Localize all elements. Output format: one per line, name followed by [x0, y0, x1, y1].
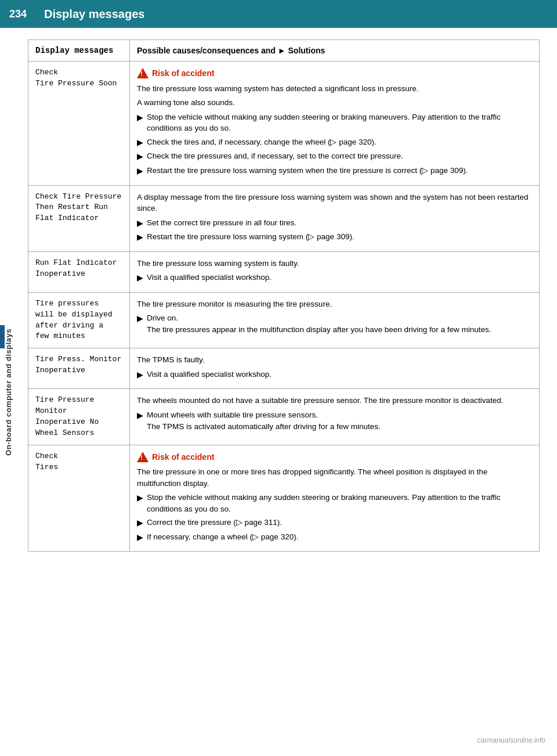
causes-cell: The tire pressure monitor is measuring t…: [130, 292, 540, 348]
causes-cell: The wheels mounted do not have a suitabl…: [130, 389, 540, 445]
bullet-item: ▶Restart the tire pressure loss warning …: [137, 231, 532, 243]
content-paragraph: The TPMS is faulty.: [137, 354, 532, 366]
main-table: Display messages Possible causes/consequ…: [28, 39, 540, 552]
bullet-item: ▶Check the tire pressures and, if necess…: [137, 150, 532, 163]
bullet-text: Stop the vehicle without making any sudd…: [147, 492, 532, 514]
bullet-text: Visit a qualified specialist workshop.: [147, 272, 532, 283]
sidebar-blue-bar: [0, 325, 5, 348]
message-cell: Tire Press. Monitor Inoperative: [28, 348, 130, 389]
message-cell: Run Flat Indicator Inoperative: [28, 251, 130, 292]
warning-triangle-icon: [137, 452, 149, 462]
bullet-arrow-icon: ▶: [137, 272, 143, 284]
bullet-text: Restart the tire pressure loss warning s…: [147, 231, 532, 243]
content-paragraph: The tire pressure monitor is measuring t…: [137, 298, 532, 310]
bullet-item: ▶Restart the tire pressure loss warning …: [137, 165, 532, 177]
bullet-text: Visit a qualified specialist workshop.: [147, 369, 532, 380]
table-row: Check Tire Pressure SoonRisk of accident…: [28, 62, 540, 185]
bullet-main-text: Drive on.: [147, 312, 532, 324]
header-bar: 234 Display messages: [0, 0, 557, 28]
bullet-arrow-icon: ▶: [137, 369, 143, 381]
message-cell: Tire Pressure Monitor Inoperative No Whe…: [28, 389, 130, 445]
causes-cell: The tire pressure loss warning system is…: [130, 251, 540, 292]
message-cell: Check Tires: [28, 445, 130, 552]
warning-triangle-icon: [137, 68, 149, 78]
content-paragraph: The tire pressure loss warning system ha…: [137, 83, 532, 95]
bullet-text: If necessary, change a wheel (▷ page 320…: [147, 531, 532, 543]
bullet-text: Check the tires and, if necessary, chang…: [147, 136, 532, 148]
causes-cell: The TPMS is faulty.▶Visit a qualified sp…: [130, 348, 540, 389]
table-row: Run Flat Indicator InoperativeThe tire p…: [28, 251, 540, 292]
table-row: Check Tire Pressure Then Restart Run Fla…: [28, 185, 540, 251]
content-area: Display messages Possible causes/consequ…: [16, 28, 557, 569]
table-row: Check TiresRisk of accidentThe tire pres…: [28, 445, 540, 552]
table-row: Tire pressures will be displayed after d…: [28, 292, 540, 348]
bullet-item: ▶Check the tires and, if necessary, chan…: [137, 136, 532, 149]
bullet-arrow-icon: ▶: [137, 151, 143, 163]
watermark: carmanuaIsonline.info: [478, 736, 545, 744]
col-header-causes: Possible causes/consequences and ► Solut…: [130, 40, 540, 62]
header-title: Display messages: [44, 8, 144, 21]
bullet-sub-text: The tire pressures appear in the multifu…: [147, 324, 532, 336]
bullet-arrow-icon: ▶: [137, 313, 143, 325]
bullet-item: ▶If necessary, change a wheel (▷ page 32…: [137, 531, 532, 543]
bullet-arrow-icon: ▶: [137, 232, 143, 243]
page-number: 234: [9, 8, 32, 20]
bullet-arrow-icon: ▶: [137, 218, 143, 229]
message-cell: Tire pressures will be displayed after d…: [28, 292, 130, 348]
causes-cell: A display message from the tire pressure…: [130, 185, 540, 251]
message-cell: Check Tire Pressure Soon: [28, 62, 130, 185]
risk-label: Risk of accident: [152, 451, 214, 463]
content-paragraph: The tire pressure loss warning system is…: [137, 258, 532, 269]
causes-cell: Risk of accidentThe tire pressure loss w…: [130, 62, 540, 185]
bullet-sub-text: The TPMS is activated automatically afte…: [147, 421, 532, 433]
causes-cell: Risk of accidentThe tire pressure in one…: [130, 445, 540, 552]
bullet-text: Stop the vehicle without making any sudd…: [147, 111, 532, 134]
content-paragraph: The tire pressure in one or more tires h…: [137, 466, 532, 489]
bullet-arrow-icon: ▶: [137, 410, 143, 422]
bullet-text: Set the correct tire pressure in all fou…: [147, 217, 532, 229]
bullet-arrow-icon: ▶: [137, 517, 143, 529]
content-paragraph: The wheels mounted do not have a suitabl…: [137, 395, 532, 406]
sidebar-label: On-board computer and displays: [0, 28, 16, 756]
col-header-message: Display messages: [28, 40, 130, 62]
bullet-arrow-icon: ▶: [137, 165, 143, 177]
bullet-text-with-sub: Drive on.The tire pressures appear in th…: [147, 312, 532, 335]
bullet-item: ▶Stop the vehicle without making any sud…: [137, 111, 532, 134]
page-container: 234 Display messages On-board computer a…: [0, 0, 557, 756]
bullet-arrow-icon: ▶: [137, 137, 143, 149]
bullet-arrow-icon: ▶: [137, 532, 143, 543]
bullet-item: ▶Stop the vehicle without making any sud…: [137, 492, 532, 514]
bullet-item: ▶Mount wheels with suitable tire pressur…: [137, 409, 532, 432]
bullet-arrow-icon: ▶: [137, 492, 143, 504]
bullet-item: ▶Set the correct tire pressure in all fo…: [137, 217, 532, 229]
bullet-item: ▶Drive on.The tire pressures appear in t…: [137, 312, 532, 335]
bullet-text: Restart the tire pressure loss warning s…: [147, 165, 532, 177]
bullet-item: ▶Correct the tire pressure (▷ page 311).: [137, 517, 532, 529]
content-paragraph: A display message from the tire pressure…: [137, 192, 532, 214]
bullet-arrow-icon: ▶: [137, 112, 143, 124]
table-row: Tire Press. Monitor InoperativeThe TPMS …: [28, 348, 540, 389]
message-cell: Check Tire Pressure Then Restart Run Fla…: [28, 185, 130, 251]
bullet-item: ▶Visit a qualified specialist workshop.: [137, 369, 532, 381]
risk-label: Risk of accident: [152, 67, 214, 79]
table-row: Tire Pressure Monitor Inoperative No Whe…: [28, 389, 540, 445]
content-paragraph: A warning tone also sounds.: [137, 97, 532, 109]
risk-warning: Risk of accident: [137, 451, 532, 463]
bullet-main-text: Mount wheels with suitable tire pressure…: [147, 409, 532, 421]
bullet-text: Correct the tire pressure (▷ page 311).: [147, 517, 532, 528]
risk-warning: Risk of accident: [137, 67, 532, 79]
bullet-text-with-sub: Mount wheels with suitable tire pressure…: [147, 409, 532, 432]
bullet-text: Check the tire pressures and, if necessa…: [147, 150, 532, 162]
bullet-item: ▶Visit a qualified specialist workshop.: [137, 272, 532, 284]
